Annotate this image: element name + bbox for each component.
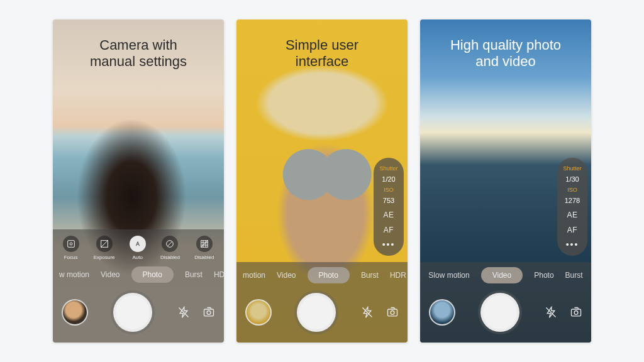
- capture-mode-strip[interactable]: motion Video Photo Burst HDR: [236, 262, 408, 288]
- pro-readout-panel: Shutter 1/30 ISO 1278 AE AF •••: [557, 158, 587, 256]
- focus-icon: [63, 236, 79, 252]
- flash-off-icon[interactable]: [361, 306, 374, 319]
- shutter-button[interactable]: [297, 293, 336, 332]
- right-control-group: [361, 306, 399, 319]
- manual-label: Exposure: [94, 255, 115, 260]
- panel-af-button[interactable]: AF: [384, 226, 394, 234]
- shutter-button[interactable]: [113, 293, 152, 332]
- panel-shutter-label: Shutter: [379, 165, 397, 172]
- panel-iso-value: 753: [383, 197, 394, 204]
- manual-label: Disabled: [194, 255, 214, 260]
- shutter-row: [53, 288, 224, 343]
- gallery-thumbnail[interactable]: [245, 299, 272, 326]
- manual-label: Focus: [64, 255, 78, 260]
- mode-photo[interactable]: Photo: [534, 271, 553, 280]
- auto-icon: [130, 236, 146, 252]
- svg-rect-0: [67, 241, 74, 248]
- app-screenshot-3: High quality photo and video Shutter 1/3…: [420, 19, 591, 343]
- mode-burst[interactable]: Burst: [361, 271, 379, 280]
- shutter-button[interactable]: [480, 293, 519, 332]
- panel-iso-label: ISO: [384, 187, 394, 193]
- mode-video-active[interactable]: Video: [481, 267, 523, 283]
- capture-mode-strip[interactable]: w motion Video Photo Burst HDR: [53, 261, 224, 288]
- manual-label: Auto: [132, 255, 142, 260]
- gallery-thumbnail[interactable]: [62, 299, 88, 326]
- manual-auto-button[interactable]: Auto: [130, 236, 146, 260]
- mode-hdr[interactable]: HDR: [390, 271, 406, 280]
- mode-photo-active[interactable]: Photo: [131, 266, 174, 283]
- switch-camera-icon[interactable]: [570, 306, 582, 319]
- mode-burst[interactable]: Burst: [565, 271, 583, 280]
- mode-slow-motion-cut[interactable]: motion: [243, 271, 265, 280]
- svg-point-8: [391, 311, 394, 315]
- manual-exposure-button[interactable]: Exposure: [94, 236, 115, 260]
- mode-video[interactable]: Video: [277, 271, 296, 280]
- manual-disabled-button-1[interactable]: Disabled: [160, 236, 180, 260]
- panel-iso-label: ISO: [567, 187, 577, 193]
- capture-mode-strip[interactable]: ose Slow motion Video Photo Burst: [420, 262, 591, 288]
- exposure-icon: [96, 236, 113, 252]
- marketing-headline: Camera with manual settings: [53, 37, 224, 70]
- panel-ae-button[interactable]: AE: [383, 211, 394, 219]
- shutter-row: [420, 288, 591, 343]
- app-screenshot-1: Camera with manual settings Focus Exposu…: [53, 19, 224, 343]
- camera-control-overlay: Focus Exposure Auto Disabled Disabled w …: [53, 229, 224, 343]
- flash-off-icon[interactable]: [177, 306, 190, 319]
- camera-control-overlay: ose Slow motion Video Photo Burst: [420, 262, 591, 343]
- svg-point-6: [207, 310, 211, 314]
- svg-rect-7: [388, 309, 397, 316]
- panel-more-button[interactable]: •••: [566, 239, 579, 250]
- mode-photo-active[interactable]: Photo: [308, 267, 350, 283]
- marketing-headline: High quality photo and video: [420, 37, 591, 70]
- svg-point-10: [574, 311, 578, 315]
- pro-readout-panel: Shutter 1/20 ISO 753 AE AF •••: [374, 158, 404, 256]
- shutter-row: [236, 288, 408, 343]
- switch-camera-icon[interactable]: [203, 306, 215, 319]
- gallery-thumbnail[interactable]: [429, 299, 455, 326]
- right-control-group: [177, 306, 215, 319]
- svg-rect-9: [572, 309, 581, 316]
- panel-shutter-value: 1/20: [382, 175, 395, 183]
- panel-af-button[interactable]: AF: [567, 226, 577, 234]
- manual-settings-row: Focus Exposure Auto Disabled Disabled: [53, 229, 224, 261]
- mode-hdr[interactable]: HDR: [214, 270, 224, 279]
- panel-more-button[interactable]: •••: [382, 239, 396, 250]
- right-control-group: [545, 306, 582, 319]
- marketing-headline: Simple user interface: [236, 37, 408, 70]
- manual-focus-button[interactable]: Focus: [63, 236, 79, 260]
- app-screenshot-2: Simple user interface Shutter 1/20 ISO 7…: [236, 19, 408, 343]
- switch-camera-icon[interactable]: [386, 306, 399, 319]
- panel-iso-value: 1278: [565, 197, 580, 204]
- disabled-icon: [162, 236, 178, 252]
- mode-burst[interactable]: Burst: [185, 270, 203, 279]
- grid-disabled-icon: [196, 236, 213, 252]
- mode-slow-motion[interactable]: Slow motion: [428, 271, 469, 280]
- mode-video[interactable]: Video: [101, 270, 119, 279]
- flash-off-icon[interactable]: [545, 306, 557, 319]
- panel-ae-button[interactable]: AE: [567, 211, 577, 219]
- svg-point-1: [70, 243, 72, 245]
- panel-shutter-label: Shutter: [563, 165, 581, 172]
- svg-rect-5: [204, 309, 214, 316]
- panel-shutter-value: 1/30: [565, 175, 579, 183]
- manual-disabled-button-2[interactable]: Disabled: [194, 236, 214, 260]
- camera-control-overlay: motion Video Photo Burst HDR: [236, 262, 408, 343]
- manual-label: Disabled: [160, 255, 180, 260]
- mode-slow-motion-cut[interactable]: w motion: [59, 270, 89, 279]
